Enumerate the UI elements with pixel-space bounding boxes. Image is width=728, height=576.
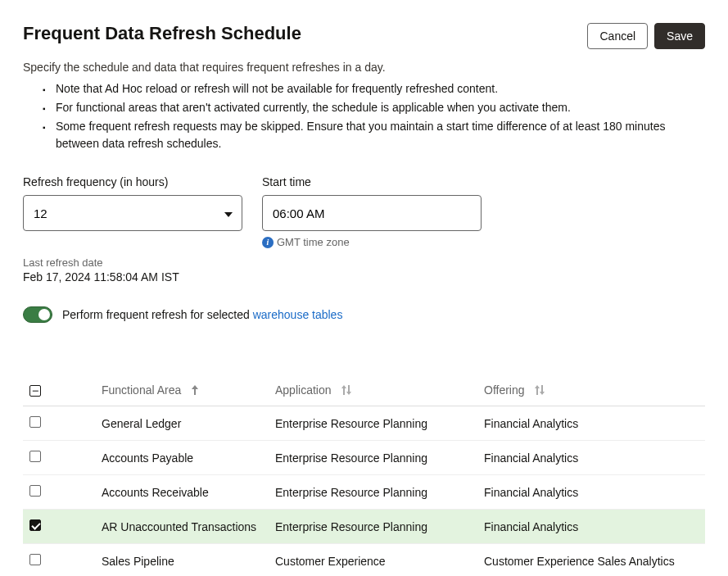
cell-offering: Financial Analytics — [477, 475, 705, 510]
table-row[interactable]: Sales PipelineCustomer ExperienceCustome… — [23, 544, 705, 576]
info-icon: i — [262, 237, 274, 248]
cell-offering: Financial Analytics — [477, 441, 705, 475]
table-row[interactable]: General LedgerEnterprise Resource Planni… — [23, 406, 705, 441]
warehouse-tables-toggle[interactable] — [23, 306, 52, 323]
last-refresh-value: Feb 17, 2024 11:58:04 AM IST — [23, 270, 705, 283]
table-row[interactable]: AR Unaccounted TransactionsEnterprise Re… — [23, 510, 705, 544]
save-button[interactable]: Save — [654, 23, 705, 49]
start-time-input[interactable] — [262, 195, 482, 231]
cell-application: Enterprise Resource Planning — [269, 441, 477, 475]
note-item: Some frequent refresh requests may be sk… — [56, 118, 705, 152]
cell-offering: Financial Analytics — [477, 406, 705, 441]
select-all-checkbox[interactable]: − — [29, 385, 41, 397]
row-checkbox[interactable] — [29, 451, 41, 462]
cell-application: Enterprise Resource Planning — [269, 406, 477, 441]
cell-application: Enterprise Resource Planning — [269, 475, 477, 510]
frequency-label: Refresh frequency (in hours) — [23, 175, 242, 188]
cell-offering: Financial Analytics — [477, 510, 705, 544]
cell-application: Enterprise Resource Planning — [269, 510, 477, 544]
sort-icon — [341, 384, 352, 397]
col-header-application[interactable]: Application — [269, 375, 477, 406]
sort-icon — [534, 384, 545, 397]
col-header-offering[interactable]: Offering — [477, 375, 705, 406]
page-subtitle: Specify the schedule and data that requi… — [23, 61, 705, 74]
cell-functional: Sales Pipeline — [56, 544, 269, 576]
frequency-select[interactable] — [23, 195, 242, 231]
note-item: For functional areas that aren't activat… — [56, 99, 705, 116]
cell-offering: Customer Experience Sales Analytics — [477, 544, 705, 576]
page-title: Frequent Data Refresh Schedule — [23, 23, 301, 44]
cell-functional: Accounts Payable — [56, 441, 269, 475]
timezone-hint: GMT time zone — [277, 236, 350, 248]
toggle-label: Perform frequent refresh for selected wa… — [62, 308, 342, 321]
sort-asc-icon — [191, 384, 199, 397]
cell-functional: AR Unaccounted Transactions — [56, 510, 269, 544]
row-checkbox[interactable] — [29, 416, 41, 428]
row-checkbox[interactable] — [29, 519, 41, 531]
cell-functional: General Ledger — [56, 406, 269, 441]
cancel-button[interactable]: Cancel — [587, 23, 648, 49]
table-row[interactable]: Accounts ReceivableEnterprise Resource P… — [23, 475, 705, 510]
notes-list: Note that Ad Hoc reload or refresh will … — [23, 80, 705, 152]
refresh-table: − Functional Area Application Offering — [23, 375, 705, 576]
warehouse-tables-link[interactable]: warehouse tables — [253, 308, 343, 321]
last-refresh-label: Last refresh date — [23, 256, 705, 269]
cell-functional: Accounts Receivable — [56, 475, 269, 510]
table-row[interactable]: Accounts PayableEnterprise Resource Plan… — [23, 441, 705, 475]
row-checkbox[interactable] — [29, 554, 41, 565]
note-item: Note that Ad Hoc reload or refresh will … — [56, 80, 705, 98]
start-time-label: Start time — [262, 175, 482, 188]
col-header-functional[interactable]: Functional Area — [56, 375, 269, 406]
row-checkbox[interactable] — [29, 485, 41, 497]
cell-application: Customer Experience — [269, 544, 477, 576]
